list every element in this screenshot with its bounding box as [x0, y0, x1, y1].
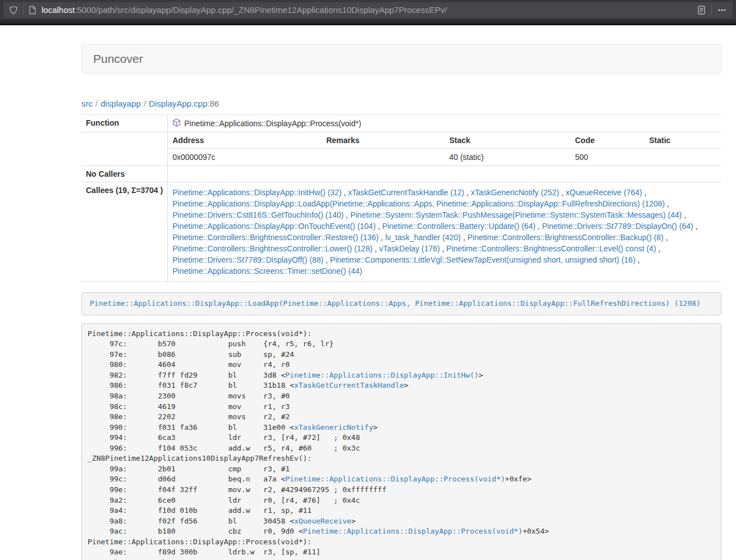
- callee-link[interactable]: Pinetime::Controllers::BrightnessControl…: [467, 233, 663, 242]
- breadcrumb-separator: /: [93, 99, 100, 108]
- cube-icon: [172, 118, 181, 128]
- details-value-row: 0x0000097c 40 (static) 500: [168, 149, 721, 166]
- table-row-details: Address Remarks Stack Code Static 0x0000…: [81, 132, 721, 166]
- code-value: 500: [570, 149, 644, 166]
- url-path: :5000/path/src/displayapp/DisplayApp.cpp…: [75, 5, 447, 15]
- callee-link[interactable]: Pinetime::System::SystemTask::PushMessag…: [350, 210, 682, 219]
- url-text[interactable]: localhost:5000/path/src/displayapp/Displ…: [42, 5, 447, 15]
- no-callers-value: [168, 166, 721, 182]
- function-name: Pinetime::Applications::DisplayApp::Proc…: [184, 119, 361, 128]
- static-value: [644, 149, 721, 166]
- snippet-header-link[interactable]: Pinetime::Applications::DisplayApp::Load…: [90, 299, 701, 307]
- symbol-table: Function Pinetime::Applications::Display…: [81, 115, 721, 282]
- no-callers-label: No Callers: [81, 166, 168, 182]
- code-symbol-link[interactable]: xTaskGenericNotify: [294, 423, 373, 432]
- callees-label: Callees (19, Σ=3704 ): [81, 182, 168, 282]
- shield-icon[interactable]: [9, 6, 18, 15]
- callee-link[interactable]: Pinetime::Applications::Screens::Timer::…: [172, 267, 362, 276]
- snippet-header-box: Pinetime::Applications::DisplayApp::Load…: [81, 292, 721, 315]
- page-icon[interactable]: [29, 6, 36, 15]
- callees-list: Pinetime::Applications::DisplayApp::Init…: [168, 182, 721, 282]
- callee-link[interactable]: Pinetime::Applications::DisplayApp::OnTo…: [172, 222, 376, 231]
- code-symbol-link[interactable]: Pinetime::Applications::DisplayApp::Proc…: [285, 475, 505, 483]
- callee-link[interactable]: Pinetime::Controllers::BrightnessControl…: [172, 233, 378, 242]
- callee-link[interactable]: xQueueReceive (764): [566, 188, 642, 197]
- callee-link[interactable]: xTaskGetCurrentTaskHandle (12): [348, 188, 464, 197]
- divider: [23, 5, 24, 15]
- callee-link[interactable]: Pinetime::Controllers::BrightnessControl…: [446, 244, 656, 253]
- remarks-value: [322, 149, 445, 166]
- table-row-function: Function Pinetime::Applications::Display…: [81, 115, 721, 132]
- callee-link[interactable]: Pinetime::Drivers::Cst816S::GetTouchInfo…: [172, 210, 344, 219]
- browser-toolbar: localhost:5000/path/src/displayapp/Displ…: [0, 0, 736, 20]
- column-header-stack: Stack: [445, 132, 570, 149]
- callee-link[interactable]: Pinetime::Controllers::Battery::Update()…: [382, 222, 536, 231]
- callee-link[interactable]: lv_task_handler (420): [385, 233, 461, 242]
- callee-link[interactable]: Pinetime::Controllers::BrightnessControl…: [172, 244, 372, 253]
- breadcrumb-item-file[interactable]: DisplayApp.cpp: [149, 99, 207, 108]
- column-header-address: Address: [168, 132, 322, 149]
- brand-panel: Puncover: [81, 44, 721, 74]
- callee-link[interactable]: Pinetime::Applications::DisplayApp::Init…: [172, 188, 341, 197]
- code-symbol-link[interactable]: Pinetime::Applications::DisplayApp::Proc…: [303, 527, 523, 535]
- callee-link[interactable]: Pinetime::Drivers::St7789::DisplayOn() (…: [542, 222, 693, 231]
- disassembly-block: Pinetime::Applications::DisplayApp::Proc…: [81, 323, 721, 560]
- column-header-static: Static: [644, 132, 721, 149]
- code-symbol-link[interactable]: xQueueReceive: [294, 517, 351, 525]
- breadcrumb-line-number: :86: [207, 99, 219, 108]
- function-label: Function: [81, 115, 168, 132]
- page-content: Puncover src/displayapp/DisplayApp.cpp:8…: [81, 44, 721, 560]
- url-host: localhost: [42, 5, 75, 15]
- callee-link[interactable]: vTaskDelay (176): [379, 244, 440, 253]
- breadcrumb-item-displayapp[interactable]: displayapp: [100, 99, 141, 108]
- details-header-row: Address Remarks Stack Code Static: [168, 132, 721, 149]
- breadcrumb-item-src[interactable]: src: [81, 99, 93, 108]
- callee-link[interactable]: xTaskGenericNotify (252): [471, 188, 559, 197]
- more-icon[interactable]: [717, 5, 727, 15]
- column-header-code: Code: [570, 132, 644, 149]
- callee-link[interactable]: Pinetime::Components::LittleVgl::SetNewT…: [330, 255, 636, 264]
- table-row-callees: Callees (19, Σ=3704 ) Pinetime::Applicat…: [81, 182, 721, 282]
- empty-label: [81, 132, 168, 166]
- url-bar[interactable]: localhost:5000/path/src/displayapp/Displ…: [3, 2, 733, 18]
- callee-link[interactable]: Pinetime::Drivers::St7789::DisplayOff() …: [172, 255, 323, 264]
- divider: [711, 5, 712, 15]
- address-value: 0x0000097c: [168, 149, 322, 166]
- window-border: [0, 24, 736, 25]
- brand-link[interactable]: Puncover: [93, 52, 143, 66]
- table-row-no-callers: No Callers: [81, 166, 721, 182]
- code-symbol-link[interactable]: Pinetime::Applications::DisplayApp::Init…: [285, 371, 478, 379]
- stack-value: 40 (static): [445, 149, 570, 166]
- code-symbol-link[interactable]: xTaskGetCurrentTaskHandle: [294, 381, 404, 389]
- callee-link[interactable]: Pinetime::Applications::DisplayApp::Load…: [172, 199, 665, 208]
- column-header-remarks: Remarks: [322, 132, 445, 149]
- breadcrumb: src/displayapp/DisplayApp.cpp:86: [81, 99, 721, 108]
- details-table: Address Remarks Stack Code Static 0x0000…: [168, 132, 721, 166]
- reader-mode-icon[interactable]: [697, 5, 706, 15]
- toolbar-shadow: [0, 20, 736, 24]
- breadcrumb-separator: /: [141, 99, 149, 108]
